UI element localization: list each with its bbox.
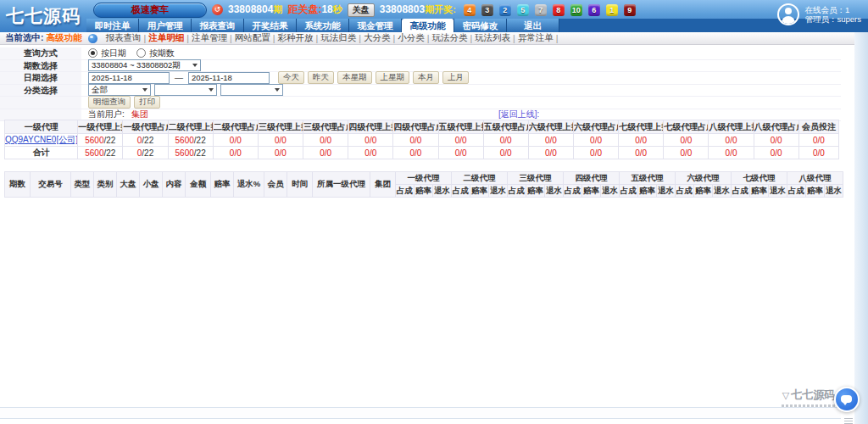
radio-by-issue[interactable] [136, 48, 146, 58]
value-denominator: /0 [325, 148, 331, 158]
subnav-item[interactable]: 小分类 [398, 32, 425, 44]
value-cell: 0/22 [123, 134, 168, 147]
subnav-item[interactable]: 异常注单 [518, 32, 554, 44]
subnav-items: 报表查询|注单明细|注单管理|网站配置|彩种开放|玩法归类|大分类|小分类|玩法… [103, 32, 559, 44]
total-label: 合计 [33, 148, 50, 157]
chat-float-button[interactable] [834, 387, 860, 412]
category-select-label: 分类选择 [0, 85, 81, 97]
radio-by-date[interactable] [88, 48, 97, 58]
summary-column-header: 六级代理上报 [528, 120, 573, 134]
value-cell: 0/0 [303, 147, 348, 159]
close-market-button[interactable]: 关盘 [348, 3, 375, 17]
summary-body: QQ9AYCNE0[公司]5600/220/225600/220/00/00/0… [5, 134, 839, 159]
value-cell: 0/0 [348, 134, 393, 147]
quick-date-button[interactable]: 上星期 [376, 71, 410, 84]
date-from-input[interactable]: 2025-11-18 [88, 72, 170, 84]
detail-query-button[interactable]: 明细查询 [88, 96, 131, 109]
detail-column-header: 赔率 [211, 172, 234, 198]
nav-tab[interactable]: 退出 [507, 19, 559, 32]
print-button[interactable]: 打印 [134, 96, 160, 109]
radio-by-date-label[interactable]: 按日期 [101, 47, 126, 59]
radio-by-issue-label[interactable]: 按期数 [149, 47, 175, 59]
subnav-item[interactable]: 玩法归类 [320, 32, 356, 44]
summary-column-header: 八级代理上报 [709, 120, 754, 134]
refresh-icon[interactable]: ↺ [212, 4, 223, 15]
detail-column-header: 金额 [186, 172, 211, 198]
horizontal-scrollbar[interactable] [0, 407, 841, 419]
info-icon[interactable] [88, 34, 97, 43]
quick-date-button[interactable]: 今天 [278, 71, 304, 84]
agent-link[interactable]: QQ9AYCNE0[公司] [5, 135, 78, 144]
detail-group-header: 三级代理 [508, 172, 564, 185]
game-selector-button[interactable]: 极速赛车 [93, 3, 207, 18]
query-mode-label: 查询方式 [0, 47, 81, 59]
value-denominator: /0 [459, 148, 466, 158]
nav-tab[interactable]: 用户管理 [139, 19, 192, 32]
subnav-item[interactable]: 玩法分类 [431, 32, 467, 44]
nav-tab[interactable]: 即时注单 [86, 19, 139, 32]
lottery-ball-8: 8 [553, 4, 565, 16]
value-cell: 0/0 [258, 147, 303, 159]
quick-date-button[interactable]: 上月 [442, 71, 469, 84]
subnav-item[interactable]: 报表查询 [106, 32, 142, 44]
issue-select[interactable]: 33808804 ~ 33808802期 [88, 59, 201, 71]
value-cell: 0/0 [393, 147, 438, 159]
summary-column-header: 四级代理占成 [393, 120, 438, 134]
value-numerator: 5600 [175, 136, 194, 145]
value-denominator: /0 [504, 136, 511, 145]
category-select-row: 分类选择 全部 [0, 85, 841, 98]
date-select-label: 日期选择 [0, 72, 81, 84]
subnav-item[interactable]: 玩法列表 [475, 32, 510, 44]
nav-tab[interactable]: 系统功能 [297, 19, 349, 32]
value-denominator: /0 [325, 136, 331, 145]
subnav-separator: | [230, 33, 232, 43]
lottery-ball-2: 2 [499, 4, 511, 16]
subnav-item[interactable]: 大分类 [364, 32, 391, 44]
value-denominator: /0 [730, 136, 737, 145]
nav-tab[interactable]: 高级功能 [402, 19, 454, 32]
value-denominator: /0 [595, 148, 602, 158]
detail-sub-header: 赔率 [582, 185, 601, 198]
quick-date-button[interactable]: 昨天 [308, 71, 334, 84]
detail-sub-header: 占成 [508, 185, 526, 198]
nav-tab[interactable]: 报表查询 [192, 19, 244, 32]
drag-handle-icon[interactable] [844, 418, 853, 424]
summary-column-header: 会员投注 [798, 120, 838, 134]
countdown-unit: 秒 [333, 4, 342, 14]
value-denominator: /22 [142, 136, 153, 145]
nav-tab[interactable]: 现金管理 [349, 19, 402, 32]
agent-name-cell: QQ9AYCNE0[公司] [5, 134, 78, 147]
value-cell: 0/0 [438, 147, 483, 159]
value-cell: 0/0 [258, 134, 303, 147]
subnav-item[interactable]: 网站配置 [235, 32, 270, 44]
value-denominator: /0 [775, 148, 782, 158]
date-to-input[interactable]: 2025-11-18 [188, 72, 270, 84]
detail-column-header: 类别 [94, 172, 117, 198]
detail-column-header: 期数 [5, 172, 31, 198]
quick-date-button[interactable]: 本月 [413, 71, 439, 84]
main-nav: 即时注单用户管理报表查询开奖结果系统功能现金管理高级功能密码修改退出 [86, 19, 868, 32]
current-issue: 33808804期 [228, 3, 282, 16]
vertical-scrollbar[interactable] [854, 32, 868, 424]
value-denominator: /0 [640, 136, 647, 145]
quick-date-button[interactable]: 本星期 [337, 71, 372, 84]
category-select-2[interactable] [154, 84, 217, 96]
value-cell: 5600/22 [78, 147, 123, 159]
value-cell: 0/0 [754, 134, 798, 147]
watermark-text: 七七源码 [791, 388, 835, 403]
lottery-ball-6: 6 [588, 4, 600, 16]
detail-sub-header: 赔率 [415, 185, 433, 198]
detail-group-header: 五级代理 [620, 172, 676, 185]
online-members: 在线会员：1 [804, 5, 861, 14]
subnav-item[interactable]: 注单管理 [192, 32, 227, 44]
watermark: ▽七七源码 [782, 388, 836, 407]
category-select-1[interactable]: 全部 [88, 84, 151, 96]
subnav-item[interactable]: 彩种开放 [277, 32, 313, 44]
last-issue-number: 33808803 [380, 3, 425, 15]
category-select-3[interactable] [220, 84, 283, 96]
detail-sub-header: 退水 [713, 185, 732, 198]
nav-tab[interactable]: 密码修改 [454, 19, 507, 32]
detail-sub-header: 占成 [787, 185, 806, 198]
subnav-item[interactable]: 注单明细 [148, 32, 184, 44]
nav-tab[interactable]: 开奖结果 [244, 19, 297, 32]
